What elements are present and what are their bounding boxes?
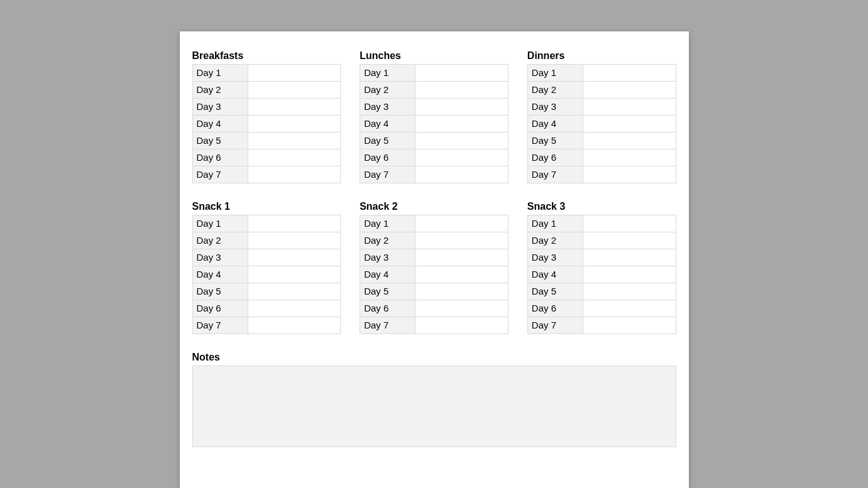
day-value[interactable]: [583, 283, 676, 300]
snack-1-table: Day 1 Day 2 Day 3 Day 4 Day 5 Day 6 Day …: [192, 215, 341, 334]
day-value[interactable]: [415, 149, 508, 166]
day-label: Day 3: [360, 99, 415, 116]
day-label: Day 3: [527, 99, 583, 116]
day-label: Day 5: [527, 133, 583, 149]
table-row: Day 1: [360, 65, 508, 82]
section-title: Snack 1: [192, 201, 341, 212]
day-label: Day 3: [527, 249, 583, 266]
day-label: Day 4: [360, 266, 415, 283]
day-value[interactable]: [248, 65, 341, 82]
dinners-table: Day 1 Day 2 Day 3 Day 4 Day 5 Day 6 Day …: [527, 64, 676, 183]
table-row: Day 2: [527, 82, 676, 99]
day-label: Day 7: [527, 166, 583, 183]
document-page: Breakfasts Day 1 Day 2 Day 3 Day 4 Day 5…: [180, 31, 689, 488]
day-label: Day 1: [527, 65, 583, 82]
day-label: Day 1: [360, 65, 415, 82]
day-value[interactable]: [248, 99, 341, 116]
day-value[interactable]: [583, 116, 676, 133]
day-value[interactable]: [583, 82, 676, 99]
day-label: Day 1: [360, 215, 415, 232]
day-label: Day 7: [360, 166, 415, 183]
day-value[interactable]: [248, 149, 341, 166]
day-label: Day 6: [360, 300, 415, 317]
day-value[interactable]: [248, 232, 341, 249]
day-label: Day 3: [360, 249, 415, 266]
day-label: Day 2: [527, 232, 583, 249]
table-row: Day 6: [192, 149, 341, 166]
table-row: Day 5: [527, 133, 676, 149]
table-row: Day 5: [360, 133, 508, 149]
day-value[interactable]: [415, 215, 508, 232]
day-value[interactable]: [583, 249, 676, 266]
table-row: Day 1: [192, 215, 341, 232]
day-label: Day 6: [527, 300, 583, 317]
day-value[interactable]: [248, 116, 341, 133]
day-value[interactable]: [415, 249, 508, 266]
table-row: Day 1: [527, 215, 676, 232]
day-value[interactable]: [248, 82, 341, 99]
table-row: Day 4: [360, 116, 508, 133]
day-value[interactable]: [415, 300, 508, 317]
table-row: Day 5: [360, 283, 508, 300]
day-value[interactable]: [583, 65, 676, 82]
table-row: Day 3: [527, 99, 676, 116]
day-value[interactable]: [248, 166, 341, 183]
snack-2-section: Snack 2 Day 1 Day 2 Day 3 Day 4 Day 5 Da…: [360, 201, 508, 334]
snack-3-table: Day 1 Day 2 Day 3 Day 4 Day 5 Day 6 Day …: [527, 215, 676, 334]
day-value[interactable]: [248, 283, 341, 300]
notes-section: Notes: [192, 352, 676, 447]
day-label: Day 1: [192, 65, 248, 82]
day-value[interactable]: [583, 215, 676, 232]
day-value[interactable]: [583, 166, 676, 183]
day-value[interactable]: [248, 133, 341, 149]
day-value[interactable]: [415, 99, 508, 116]
day-label: Day 4: [527, 116, 583, 133]
notes-box[interactable]: [192, 366, 676, 447]
day-value[interactable]: [415, 166, 508, 183]
table-row: Day 1: [192, 65, 341, 82]
day-label: Day 6: [360, 149, 415, 166]
table-row: Day 4: [192, 266, 341, 283]
day-label: Day 2: [192, 82, 248, 99]
day-value[interactable]: [583, 133, 676, 149]
section-title: Snack 3: [527, 201, 676, 212]
day-value[interactable]: [415, 133, 508, 149]
table-row: Day 3: [527, 249, 676, 266]
day-value[interactable]: [583, 317, 676, 334]
table-row: Day 2: [360, 82, 508, 99]
day-value[interactable]: [248, 300, 341, 317]
day-value[interactable]: [415, 116, 508, 133]
notes-title: Notes: [192, 352, 676, 363]
section-title: Dinners: [527, 50, 676, 62]
table-row: Day 4: [360, 266, 508, 283]
day-label: Day 5: [360, 133, 415, 149]
day-label: Day 7: [192, 166, 248, 183]
day-value[interactable]: [248, 249, 341, 266]
day-label: Day 6: [192, 149, 248, 166]
day-value[interactable]: [415, 266, 508, 283]
day-value[interactable]: [248, 317, 341, 334]
day-value[interactable]: [583, 149, 676, 166]
day-value[interactable]: [415, 65, 508, 82]
day-label: Day 2: [527, 82, 583, 99]
day-value[interactable]: [248, 215, 341, 232]
day-label: Day 1: [192, 215, 248, 232]
day-value[interactable]: [415, 317, 508, 334]
table-row: Day 2: [192, 232, 341, 249]
table-row: Day 6: [360, 149, 508, 166]
day-label: Day 1: [527, 215, 583, 232]
section-title: Breakfasts: [192, 50, 341, 62]
day-label: Day 4: [192, 116, 248, 133]
table-row: Day 1: [527, 65, 676, 82]
day-value[interactable]: [415, 283, 508, 300]
day-value[interactable]: [583, 300, 676, 317]
day-label: Day 7: [360, 317, 415, 334]
lunches-section: Lunches Day 1 Day 2 Day 3 Day 4 Day 5 Da…: [360, 50, 508, 183]
day-value[interactable]: [248, 266, 341, 283]
day-value[interactable]: [583, 232, 676, 249]
day-value[interactable]: [583, 266, 676, 283]
day-value[interactable]: [415, 232, 508, 249]
day-value[interactable]: [415, 82, 508, 99]
day-value[interactable]: [583, 99, 676, 116]
breakfasts-section: Breakfasts Day 1 Day 2 Day 3 Day 4 Day 5…: [192, 50, 341, 183]
